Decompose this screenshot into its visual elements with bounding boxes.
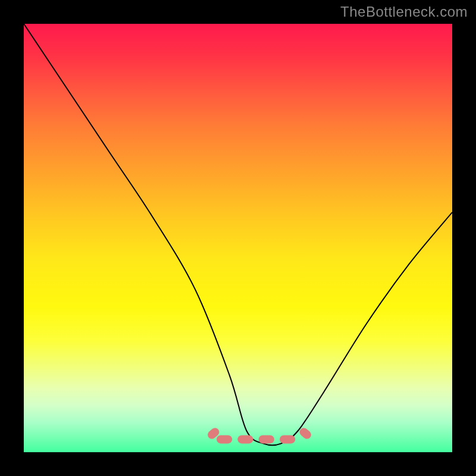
flat-region-markers	[206, 426, 313, 443]
flat-marker-segment	[280, 435, 295, 443]
chart-overlay	[24, 24, 452, 452]
flat-marker-segment	[237, 435, 253, 443]
watermark-text: TheBottleneck.com	[340, 4, 468, 20]
flat-marker-segment	[259, 435, 274, 443]
bottleneck-curve-line	[24, 24, 452, 445]
flat-marker-segment	[217, 435, 232, 443]
